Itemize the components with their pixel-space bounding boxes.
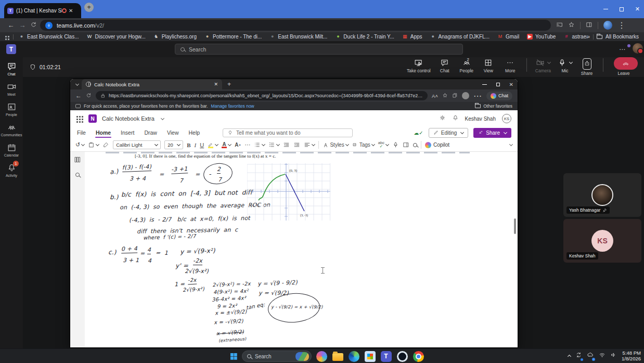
bold-button[interactable]: B: [187, 142, 190, 148]
share-tray-button[interactable]: Share: [577, 57, 597, 77]
taskbar-clock[interactable]: 5:48 PM 1/8/2026: [622, 350, 641, 361]
italic-button[interactable]: I: [195, 142, 197, 148]
menu-item[interactable]: Insert: [120, 128, 135, 137]
highlight-button[interactable]: [208, 141, 218, 148]
ribbon-collapse-chevron-icon[interactable]: [509, 142, 513, 146]
wifi-icon[interactable]: [599, 351, 606, 360]
taskbar-copilot[interactable]: [315, 350, 328, 362]
meeting-view-button[interactable]: View: [479, 57, 498, 74]
sidebar-item-calendar[interactable]: Calendar: [0, 142, 23, 157]
account-avatar[interactable]: KS: [502, 114, 511, 123]
sidebar-item-meet[interactable]: Meet: [0, 82, 23, 96]
document-scrollbar[interactable]: [514, 218, 516, 234]
underline-button[interactable]: U: [200, 142, 204, 148]
menu-item[interactable]: Home: [95, 128, 111, 137]
edge-back-icon[interactable]: ←: [75, 92, 82, 99]
format-painter-button[interactable]: [102, 141, 109, 148]
hidden-icons-chevron-icon[interactable]: [568, 355, 571, 358]
window-maximize-button[interactable]: [620, 7, 624, 11]
font-color-button[interactable]: A: [222, 141, 231, 148]
spell-check-button[interactable]: abc✓: [378, 141, 389, 149]
search-button[interactable]: [413, 143, 417, 147]
copilot-button[interactable]: Copilot: [425, 142, 449, 148]
font-name-select[interactable]: Calibri Light: [113, 140, 161, 149]
immersive-reader-button[interactable]: [403, 141, 409, 148]
browser-menu-icon[interactable]: ⋮: [617, 20, 626, 30]
share-button[interactable]: Share: [473, 128, 511, 138]
address-bar[interactable]: teams.live.com/v2/: [40, 20, 551, 31]
Keshav Shah[interactable]: KS Keshav Shah: [563, 219, 641, 263]
menu-item[interactable]: File: [76, 128, 86, 137]
app-launcher-icon[interactable]: [76, 116, 78, 118]
back-icon[interactable]: ←: [5, 21, 17, 29]
camera-button[interactable]: Camera: [533, 57, 553, 74]
tab-close-icon[interactable]: ✕: [69, 8, 73, 14]
styles-button[interactable]: Styles: [323, 142, 348, 148]
bookmark-item[interactable]: M Gmail: [497, 34, 519, 40]
page-search-icon[interactable]: [75, 173, 80, 177]
sync-tray-icon[interactable]: [575, 351, 582, 360]
edge-new-tab-button[interactable]: +: [227, 81, 231, 88]
browser-profile-avatar[interactable]: [603, 21, 612, 30]
start-button[interactable]: [229, 352, 238, 361]
bookmarks-overflow-icon[interactable]: »: [587, 34, 590, 40]
font-size-select[interactable]: 20: [164, 140, 183, 149]
edge-tab[interactable]: Calc Notebook Extra ✕: [82, 79, 222, 89]
text-effects-button[interactable]: A✦: [235, 142, 241, 148]
menu-item[interactable]: View: [166, 128, 179, 137]
meeting-people-button[interactable]: 2 People: [457, 57, 476, 74]
meeting-chat-button[interactable]: Chat: [435, 57, 455, 74]
teams-profile-avatar[interactable]: [633, 43, 643, 54]
sidebar-item-chat[interactable]: Chat: [0, 61, 23, 76]
bookmark-item[interactable]: W Discover your Hogw...: [86, 34, 145, 40]
window-minimize-button[interactable]: [603, 9, 608, 9]
decrease-indent-button[interactable]: [283, 141, 290, 148]
taskbar-store[interactable]: [364, 350, 376, 362]
edge-refresh-icon[interactable]: [86, 91, 92, 100]
chevron-down-icon[interactable]: [569, 60, 573, 64]
document-canvas[interactable]: [-3, 0]. If there is one, find the equat…: [85, 152, 518, 347]
undo-button[interactable]: ↺: [75, 141, 84, 148]
notifications-bell-icon[interactable]: [452, 114, 459, 123]
window-close-button[interactable]: ✕: [635, 6, 640, 12]
read-aloud-icon[interactable]: A˄: [432, 93, 438, 99]
collections-icon[interactable]: [452, 91, 458, 100]
tab-actions-chevron-icon[interactable]: [75, 82, 79, 85]
edge-minimize-button[interactable]: [482, 84, 487, 85]
mic-button[interactable]: Mic: [555, 57, 575, 74]
bookmark-item[interactable]: # astraea-u - EB FIRST...: [563, 34, 587, 40]
bookmark-item[interactable]: ● Pottermore - The di...: [204, 34, 262, 40]
meeting-more-button[interactable]: More: [500, 57, 520, 74]
edge-restore-button[interactable]: [496, 83, 500, 86]
taskbar-alexa[interactable]: [396, 350, 408, 362]
bookmark-star-icon[interactable]: [568, 21, 575, 30]
edge-menu-icon[interactable]: ⋯: [473, 91, 482, 101]
bookmark-item[interactable]: ▶ YouTube: [527, 34, 556, 40]
editing-mode-button[interactable]: Editing: [429, 128, 469, 138]
menu-item[interactable]: Draw: [144, 128, 158, 137]
bookmark-item[interactable]: ● East Brunswick Clas...: [19, 34, 79, 40]
tags-button[interactable]: Tags: [352, 142, 375, 148]
taskbar-search-input[interactable]: Search: [242, 351, 312, 362]
Yash Bhatnagar[interactable]: Yash Bhatnagar: [563, 173, 641, 217]
volume-icon[interactable]: [610, 351, 617, 360]
all-bookmarks-button[interactable]: All Bookmarks: [606, 34, 639, 40]
taskbar-teams[interactable]: T: [380, 350, 392, 362]
settings-gear-icon[interactable]: [439, 114, 446, 123]
sidebar-item-people[interactable]: People: [0, 102, 23, 116]
dictate-button[interactable]: [392, 141, 399, 148]
document-title[interactable]: Calc Notebook Extra: [102, 115, 154, 122]
taskbar-edge[interactable]: [347, 350, 360, 362]
new-tab-button[interactable]: +: [84, 3, 94, 12]
bookmark-item[interactable]: ● Duck Life 2 - Train Y...: [335, 34, 394, 40]
increase-indent-button[interactable]: [293, 141, 300, 148]
align-button[interactable]: [304, 141, 315, 148]
apps-grid-icon[interactable]: [5, 36, 7, 37]
onedrive-tray-icon[interactable]: i: [587, 351, 594, 360]
edge-address-bar[interactable]: https://eastbrunswickschools-my.sharepoi…: [96, 91, 428, 100]
paste-button[interactable]: [88, 141, 99, 148]
edge-profile-avatar[interactable]: [462, 92, 469, 99]
sidebar-item-activity[interactable]: 1 Activity: [0, 163, 23, 177]
taskbar-file-explorer[interactable]: [331, 350, 344, 362]
numbered-list-button[interactable]: [268, 141, 279, 148]
